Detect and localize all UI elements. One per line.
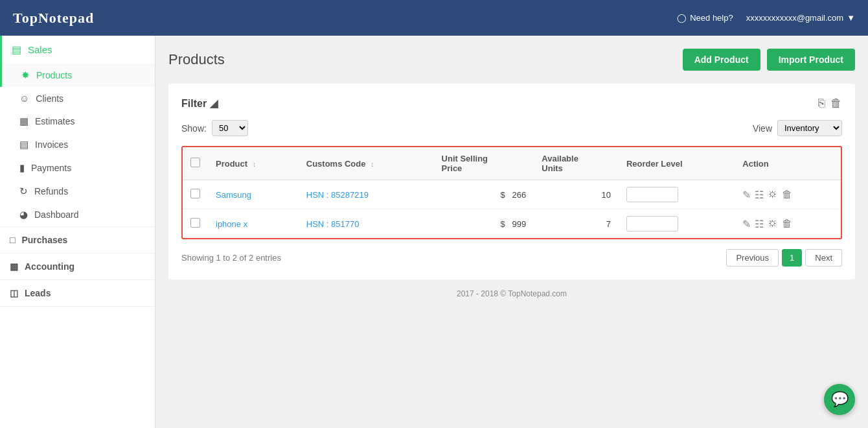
sidebar-products-label: Products [36, 70, 72, 80]
filter-icon[interactable]: ◢ [210, 97, 218, 110]
layout: ▤ Sales ✸ Products ☺ Clients ▦ Estimates… [0, 36, 868, 428]
filter-bar: Filter ◢ ⎘ 🗑 [181, 97, 842, 110]
sales-icon: ▤ [12, 43, 21, 56]
edit-icon[interactable]: ✎ [742, 189, 751, 201]
product-name-link[interactable]: iphone x [216, 219, 247, 229]
row-product: iphone x [208, 209, 299, 239]
share-icon[interactable]: ⛭ [768, 189, 778, 200]
select-all-checkbox[interactable] [190, 158, 200, 167]
currency-symbol: $ [501, 190, 505, 200]
sidebar-item-dashboard[interactable]: ◕ Dashboard [0, 203, 155, 226]
dashboard-icon: ◕ [19, 209, 28, 220]
row-action: ✎ ☷ ⛭ 🗑 [735, 180, 841, 209]
chat-bubble[interactable]: 💬 [824, 384, 855, 415]
row-customs-code: HSN : 851770 [299, 209, 434, 239]
delete-icon[interactable]: 🗑 [830, 97, 842, 110]
sidebar-accounting-header[interactable]: ▩ Accounting [0, 254, 155, 279]
show-left: Show: 10 25 50 100 [181, 120, 248, 136]
price-value: 999 [512, 219, 527, 229]
previous-button[interactable]: Previous [726, 249, 779, 267]
sidebar: ▤ Sales ✸ Products ☺ Clients ▦ Estimates… [0, 36, 155, 428]
row-units: 10 [534, 180, 619, 209]
invoices-icon: ▤ [19, 139, 29, 150]
table-row: Samsung HSN : 85287219 $ 266 10 ✎ ☷ ⛭ [183, 180, 841, 209]
header-product[interactable]: Product ↕ [208, 147, 299, 180]
sidebar-item-estimates[interactable]: ▦ Estimates [0, 110, 155, 133]
page-1-button[interactable]: 1 [782, 249, 802, 267]
sidebar-item-refunds[interactable]: ↻ Refunds [0, 180, 155, 203]
header-unit-selling-price: Unit SellingPrice [434, 147, 534, 180]
sidebar-section-accounting: ▩ Accounting [0, 254, 155, 280]
import-product-button[interactable]: Import Product [767, 49, 855, 71]
sidebar-leads-label: Leads [25, 288, 51, 298]
products-table: Product ↕ Customs Code ↕ Unit SellingPri… [183, 147, 841, 238]
header-buttons: Add Product Import Product [683, 49, 855, 71]
action-icons: ✎ ☷ ⛭ 🗑 [742, 218, 833, 230]
share-icon[interactable]: ⛭ [768, 218, 778, 230]
cart-icon[interactable]: ☷ [755, 189, 764, 201]
pagination-bar: Showing 1 to 2 of 2 entries Previous 1 N… [181, 249, 842, 267]
refunds-icon: ↻ [19, 185, 28, 197]
row-checkbox[interactable] [190, 189, 200, 198]
user-dropdown[interactable]: xxxxxxxxxxxx@gmail.com ▼ [746, 13, 855, 23]
sidebar-item-invoices[interactable]: ▤ Invoices [0, 133, 155, 156]
export-icon[interactable]: ⎘ [818, 97, 825, 110]
page-header: Products Add Product Import Product [168, 49, 855, 71]
view-select[interactable]: Inventory Default [777, 120, 842, 136]
help-link[interactable]: ◯ Need help? [677, 13, 733, 23]
leads-icon: ◫ [10, 288, 18, 298]
sidebar-purchases-header[interactable]: □ Purchases [0, 227, 155, 253]
estimates-icon: ▦ [19, 115, 29, 127]
price-value: 266 [512, 190, 527, 200]
sidebar-sales-header[interactable]: ▤ Sales [0, 36, 155, 64]
reorder-input[interactable] [626, 216, 678, 232]
sidebar-purchases-label: Purchases [21, 235, 67, 245]
sidebar-clients-label: Clients [36, 93, 63, 104]
action-icons: ✎ ☷ ⛭ 🗑 [742, 189, 833, 201]
pagination: Previous 1 Next [726, 249, 842, 267]
sidebar-accounting-label: Accounting [25, 261, 74, 272]
cart-icon[interactable]: ☷ [755, 218, 764, 230]
footer: 2017 - 2018 © TopNotepad.com [168, 279, 855, 308]
reorder-input[interactable] [626, 187, 678, 202]
sidebar-item-payments[interactable]: ▮ Payments [0, 156, 155, 180]
sidebar-estimates-label: Estimates [35, 116, 74, 126]
header-checkbox-col [183, 147, 208, 180]
products-icon: ✸ [21, 69, 30, 81]
delete-row-icon[interactable]: 🗑 [782, 218, 792, 230]
show-select[interactable]: 10 25 50 100 [212, 120, 248, 136]
next-button[interactable]: Next [805, 249, 842, 267]
help-icon: ◯ [677, 13, 687, 23]
units-value: 7 [606, 219, 611, 229]
product-sort-icon: ↕ [253, 160, 257, 168]
product-name-link[interactable]: Samsung [216, 190, 251, 200]
view-label: View [753, 123, 772, 134]
header-customs-code[interactable]: Customs Code ↕ [299, 147, 434, 180]
app-name: TopNotepad [13, 10, 94, 26]
units-value: 10 [601, 190, 610, 200]
footer-text: 2017 - 2018 © TopNotepad.com [457, 289, 567, 298]
showing-text: Showing 1 to 2 of 2 entries [181, 253, 281, 263]
sidebar-invoices-label: Invoices [35, 139, 68, 150]
customs-code-link[interactable]: HSN : 851770 [306, 219, 360, 229]
row-price: $ 266 [434, 180, 534, 209]
sidebar-item-products[interactable]: ✸ Products [0, 64, 155, 87]
sidebar-item-clients[interactable]: ☺ Clients [0, 87, 155, 110]
header-right: ◯ Need help? xxxxxxxxxxxx@gmail.com ▼ [677, 13, 855, 23]
sidebar-leads-header[interactable]: ◫ Leads [0, 280, 155, 306]
products-card: Filter ◢ ⎘ 🗑 Show: 10 25 50 100 [168, 84, 855, 279]
add-product-button[interactable]: Add Product [683, 49, 760, 71]
row-checkbox[interactable] [190, 218, 200, 228]
customs-code-link[interactable]: HSN : 85287219 [306, 190, 369, 200]
edit-icon[interactable]: ✎ [742, 218, 751, 230]
sidebar-section-purchases: □ Purchases [0, 227, 155, 254]
accounting-icon: ▩ [10, 261, 18, 272]
clients-icon: ☺ [19, 93, 29, 104]
user-email: xxxxxxxxxxxx@gmail.com [746, 13, 843, 23]
filter-label: Filter ◢ [181, 97, 218, 110]
row-checkbox-cell [183, 180, 208, 209]
delete-row-icon[interactable]: 🗑 [782, 189, 792, 200]
row-product: Samsung [208, 180, 299, 209]
sidebar-section-sales: ▤ Sales ✸ Products ☺ Clients ▦ Estimates… [0, 36, 155, 227]
filter-text: Filter [181, 98, 207, 110]
